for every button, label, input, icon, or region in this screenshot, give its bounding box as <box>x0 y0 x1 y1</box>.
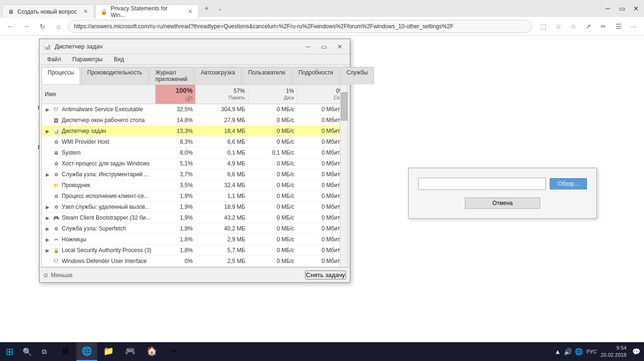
tm-tab-apphistory[interactable]: Журнал приложений <box>149 67 194 84</box>
expand-arrow[interactable]: ▶ <box>45 204 50 210</box>
taskbar-app-scissors[interactable]: ✂ <box>163 342 184 361</box>
language-label[interactable]: РУС <box>586 349 597 354</box>
table-row[interactable]: ▶ ⚙ Хост-процесс для задач Windows 5,1% … <box>42 158 347 169</box>
process-icon: ⚙ <box>52 171 60 178</box>
tm-table-container: Имя 100% ЦП 57% Память 1% Диск <box>41 84 348 267</box>
tm-footer: ⊙ Меньше Снять задачу <box>40 267 350 282</box>
tab-2[interactable]: 🔒 Privacy Statements for Win... ✕ <box>95 4 199 18</box>
tray-expand-icon[interactable]: ▲ <box>554 348 561 355</box>
end-task-button[interactable]: Снять задачу <box>305 271 346 279</box>
table-row[interactable]: ▶ ⚙ WMI Provider Host 8,3% 6,6 МБ 0 МБ/с… <box>42 137 347 148</box>
tabs-icon[interactable]: ⬚ <box>537 20 550 33</box>
cancel-button[interactable]: Отмена <box>465 197 540 209</box>
process-disk: 0 МБ/с <box>248 245 297 256</box>
tm-menu-file[interactable]: Файл <box>41 55 67 64</box>
volume-icon[interactable]: 🔊 <box>564 348 572 355</box>
tab-2-close[interactable]: ✕ <box>186 8 194 16</box>
notification-icon[interactable]: 💬 <box>632 348 640 355</box>
browse-button[interactable]: Обзор... <box>550 178 587 189</box>
table-row[interactable]: ▶ ⚙ Служба узла: Superfetch 1,9% 40,2 МБ… <box>42 223 347 234</box>
tm-tab-details[interactable]: Подробности <box>292 67 339 84</box>
tab-1[interactable]: 🖥 Создать новый вопрос ✕ <box>2 4 94 18</box>
tm-minimize-button[interactable]: ─ <box>302 41 314 53</box>
more-icon[interactable]: ··· <box>627 20 640 33</box>
forward-button[interactable]: → <box>20 20 33 33</box>
tm-tab-services[interactable]: Службы <box>340 67 374 84</box>
network-icon[interactable]: 🌐 <box>575 348 583 355</box>
taskbar-app-explorer[interactable]: 📁 <box>98 342 119 361</box>
tm-scroll-thumb[interactable] <box>341 92 347 121</box>
col-name-header[interactable]: Имя <box>42 85 155 104</box>
col-disk-header[interactable]: 1% Диск <box>248 85 297 104</box>
taskbar-clock[interactable]: 9:54 20.02.2018 <box>601 345 627 359</box>
expand-arrow[interactable]: ▶ <box>45 172 50 177</box>
process-name: Процесс исполнения клиент-се... <box>62 193 149 199</box>
table-row[interactable]: ▶ ✂ Ножницы 1,8% 2,9 МБ 0 МБ/с 0 Мбит/с <box>42 234 347 245</box>
tm-maximize-button[interactable]: ▭ <box>318 41 330 53</box>
table-row[interactable]: ▶ 🖥 System 8,0% 0,1 МБ 0,1 МБ/с 0 Мбит/с <box>42 148 347 158</box>
table-row[interactable]: ▶ 🔒 Local Security Authority Process (3)… <box>42 245 347 256</box>
home-button[interactable]: ⌂ <box>52 20 65 33</box>
process-icon: 🖼 <box>52 116 60 124</box>
col-cpu-header[interactable]: 100% ЦП <box>155 85 196 104</box>
expand-arrow[interactable]: ▶ <box>45 128 50 134</box>
search-button[interactable]: 🔍 <box>19 343 36 360</box>
expand-arrow[interactable]: ▶ <box>45 215 50 221</box>
process-icon: ⚙ <box>52 192 60 200</box>
expand-arrow[interactable]: ▶ <box>45 237 50 242</box>
process-cpu: 8,3% <box>155 137 196 148</box>
minimize-button[interactable]: ─ <box>602 2 614 15</box>
address-input[interactable] <box>68 20 532 33</box>
explorer-icon: 📁 <box>103 346 114 356</box>
table-row[interactable]: ▶ 🖼 Диспетчер окон рабочего стола 14,8% … <box>42 115 347 126</box>
col-memory-header[interactable]: 57% Память <box>196 85 248 104</box>
share-icon[interactable]: ↗ <box>582 20 595 33</box>
tm-menu-view[interactable]: Вид <box>108 55 130 64</box>
table-row[interactable]: ▶ 🛡 Windows Defender User Interface 0% 2… <box>42 256 347 267</box>
table-row[interactable]: ▶ 📁 Проводник 3,5% 32,4 МБ 0 МБ/с 0 Мбит… <box>42 180 347 191</box>
tm-close-button[interactable]: ✕ <box>334 41 346 53</box>
tm-footer-right: Снять задачу <box>305 271 346 279</box>
table-row[interactable]: ▶ ⚙ Узел службы: удаленный вызов... 1,9%… <box>42 202 347 213</box>
reading-list-icon[interactable]: ☆ <box>567 20 580 33</box>
pen-icon[interactable]: ✏ <box>597 20 610 33</box>
tm-scrollbar[interactable] <box>340 85 347 267</box>
maximize-button[interactable]: ▭ <box>616 2 628 15</box>
expand-arrow[interactable]: ▶ <box>45 226 50 231</box>
dialog-file-input[interactable] <box>418 178 546 190</box>
hub-icon[interactable]: ☰ <box>612 20 625 33</box>
expand-arrow[interactable]: ▶ <box>45 247 50 253</box>
new-tab-button[interactable]: + <box>200 2 213 15</box>
process-cpu: 1,8% <box>155 245 196 256</box>
tm-menu-params[interactable]: Параметры <box>67 55 108 64</box>
task-view-button[interactable]: ⧉ <box>36 343 53 360</box>
back-button[interactable]: ← <box>4 20 17 33</box>
tab-1-close[interactable]: ✕ <box>82 8 89 16</box>
process-name: Служба узла: Инструментарий ... <box>62 171 149 178</box>
table-row[interactable]: ▶ 🎮 Steam Client Bootstrapper (32 би... … <box>42 213 347 223</box>
tm-tab-startup[interactable]: Автозагрузка <box>195 67 241 84</box>
start-button[interactable]: ⊞ <box>0 342 19 361</box>
tm-tab-users[interactable]: Пользователи <box>242 67 291 84</box>
taskbar-app-desktop[interactable]: 🖥 <box>55 342 75 361</box>
process-name: System <box>62 149 81 156</box>
table-row[interactable]: ▶ 📊 Диспетчер задач 13,3% 18,4 МБ 0 МБ/с… <box>42 126 347 137</box>
scissors-icon: ✂ <box>170 346 177 356</box>
tab-overflow-button[interactable]: ⌄ <box>214 3 225 14</box>
table-row[interactable]: ▶ 🛡 Antimalware Service Executable 32,5%… <box>42 104 347 115</box>
tm-collapse-button[interactable]: ⊙ Меньше <box>43 272 73 279</box>
table-row[interactable]: ▶ ⚙ Служба узла: Инструментарий ... 3,7%… <box>42 169 347 180</box>
taskbar-right: ▲ 🔊 🌐 РУС 9:54 20.02.2018 💬 <box>554 345 644 359</box>
taskbar-app-edge[interactable]: 🌐 <box>76 342 97 361</box>
refresh-button[interactable]: ↻ <box>36 20 49 33</box>
tm-tab-performance[interactable]: Производительность <box>81 67 148 84</box>
expand-arrow[interactable]: ▶ <box>45 107 50 112</box>
close-button[interactable]: ✕ <box>630 2 642 15</box>
taskbar-app-steam[interactable]: 🎮 <box>120 342 140 361</box>
tm-tab-processes[interactable]: Процессы <box>41 67 80 84</box>
taskbar-app-5[interactable]: 🏠 <box>141 342 162 361</box>
table-row[interactable]: ▶ ⚙ Процесс исполнения клиент-се... 1,9%… <box>42 191 347 202</box>
task-manager-window: 📊 Диспетчер задач ─ ▭ ✕ Файл Параметры В… <box>39 39 350 283</box>
desktop-icon: 🖥 <box>61 346 69 356</box>
favorites-star-icon[interactable]: ☆ <box>552 20 565 33</box>
